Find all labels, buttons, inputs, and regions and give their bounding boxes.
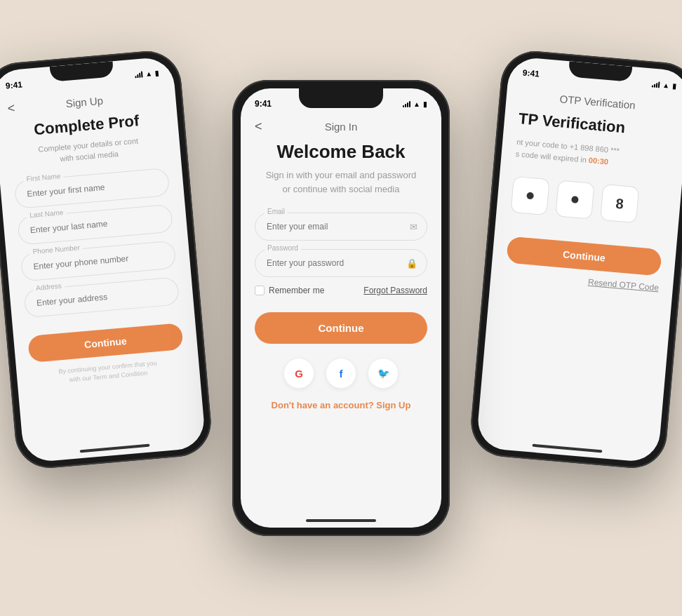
- status-icons-right: ▲ ▮: [652, 80, 677, 90]
- facebook-login-button[interactable]: f: [326, 358, 356, 389]
- no-account-row: Don't have an account? Sign Up: [255, 400, 427, 410]
- remember-label: Remember me: [269, 286, 324, 295]
- signal-icon-left: [135, 70, 143, 78]
- social-login-row: G f 🐦: [255, 358, 427, 389]
- status-icons-center: ▲ ▮: [403, 100, 427, 108]
- otp-timer: 00:30: [588, 156, 608, 166]
- phone-right: 9:41 ▲ ▮ OTP Verification TP Verificatio…: [468, 48, 682, 471]
- otp-box-2[interactable]: [555, 180, 594, 220]
- battery-icon-right: ▮: [672, 82, 677, 90]
- password-input[interactable]: [255, 249, 427, 277]
- firstname-field: First Name: [14, 168, 170, 209]
- email-input[interactable]: [255, 213, 427, 241]
- otp-continue-button[interactable]: Continue: [506, 236, 662, 276]
- otp-nav-title: OTP Verification: [559, 93, 636, 111]
- home-indicator-center: [306, 519, 376, 522]
- phone-field: Phone Number: [20, 241, 177, 282]
- phone-left: 9:41 ▲ ▮ < Sign Up Complete Prof Complet…: [0, 48, 214, 471]
- signup-disclaimer: By continuing your confirm that youwith …: [30, 356, 185, 387]
- lock-icon: 🔒: [406, 258, 417, 269]
- otp-box-1[interactable]: [510, 176, 549, 215]
- wifi-icon-left: ▲: [145, 69, 153, 78]
- email-field: Email ✉: [255, 213, 427, 241]
- battery-icon-left: ▮: [155, 69, 160, 76]
- signin-navbar: < Sign In: [255, 115, 427, 141]
- signup-nav-title: Sign Up: [65, 95, 104, 110]
- signal-icon-right: [652, 81, 660, 88]
- otp-screen: OTP Verification TP Verification nt your…: [476, 83, 682, 464]
- no-account-text: Don't have an account?: [272, 400, 374, 410]
- phone-center: 9:41 ▲ ▮ < Sign In Welcome Back Sign in …: [232, 80, 450, 536]
- signup-screen: < Sign Up Complete Prof Complete your de…: [0, 83, 206, 464]
- password-label: Password: [265, 244, 301, 252]
- signal-icon-center: [403, 100, 410, 107]
- email-icon: ✉: [410, 222, 417, 232]
- time-center: 9:41: [255, 99, 272, 109]
- remember-me-group[interactable]: Remember me: [255, 286, 324, 295]
- back-button-left[interactable]: <: [7, 101, 15, 116]
- wifi-icon-right: ▲: [662, 81, 670, 89]
- back-button-center[interactable]: <: [255, 119, 262, 134]
- time-right: 9:41: [522, 67, 540, 79]
- signup-continue-button[interactable]: Continue: [27, 323, 183, 363]
- signin-title: Welcome Back: [255, 141, 427, 163]
- google-login-button[interactable]: G: [283, 358, 314, 389]
- notch-center: [299, 88, 383, 108]
- signin-nav-title: Sign In: [325, 121, 358, 133]
- signin-continue-button[interactable]: Continue: [255, 312, 427, 344]
- options-row: Remember me Forgot Password: [255, 286, 427, 295]
- email-label: Email: [265, 208, 288, 215]
- twitter-login-button[interactable]: 🐦: [368, 358, 399, 389]
- battery-icon-center: ▮: [423, 100, 427, 108]
- time-left: 9:41: [5, 80, 22, 91]
- address-field: Address: [23, 276, 180, 318]
- remember-checkbox[interactable]: [255, 286, 265, 295]
- lastname-field: Last Name: [17, 204, 173, 246]
- otp-box-3[interactable]: 8: [600, 184, 639, 223]
- signup-link-text[interactable]: Sign Up: [376, 400, 410, 410]
- signin-screen: < Sign In Welcome Back Sign in with your…: [241, 115, 441, 528]
- forgot-password-link[interactable]: Forgot Password: [363, 286, 427, 295]
- signin-subtitle: Sign in with your email and passwordor c…: [255, 168, 427, 196]
- status-icons-left: ▲ ▮: [135, 69, 160, 79]
- wifi-icon-center: ▲: [413, 100, 420, 108]
- otp-subtitle: nt your code to +1 898 860 *** s code wi…: [515, 136, 671, 173]
- password-field: Password 🔒: [255, 249, 427, 277]
- otp-input-boxes: 8: [510, 176, 667, 226]
